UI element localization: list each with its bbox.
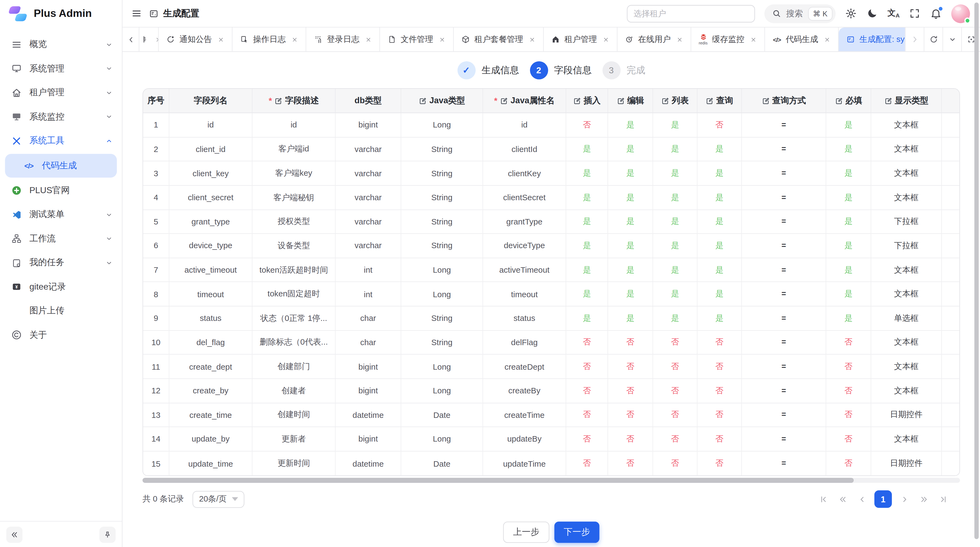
- cell-desc[interactable]: 创建时间: [253, 403, 336, 427]
- next-step-button[interactable]: 下一步: [554, 522, 599, 543]
- cell-mode[interactable]: =: [742, 234, 826, 257]
- cell-java[interactable]: String: [401, 331, 483, 354]
- cell-mode[interactable]: =: [742, 186, 826, 209]
- sidebar-item-系统工具[interactable]: 系统工具: [0, 129, 122, 153]
- cell-java[interactable]: String: [401, 161, 483, 185]
- cell-desc[interactable]: 客户端id: [253, 137, 336, 161]
- sidebar-item-测试菜单[interactable]: 测试菜单: [0, 203, 122, 226]
- close-icon[interactable]: [365, 36, 372, 43]
- cell-edit[interactable]: 是: [608, 282, 653, 306]
- cell-display[interactable]: 文本框: [871, 137, 942, 161]
- cell-prop[interactable]: grantType: [483, 210, 566, 233]
- cell-required[interactable]: 否: [826, 355, 871, 378]
- cell-insert[interactable]: 是: [566, 258, 608, 282]
- cell-mode[interactable]: =: [742, 113, 826, 137]
- cell-java[interactable]: Long: [401, 113, 483, 137]
- cell-query[interactable]: 否: [697, 355, 742, 378]
- cell-insert[interactable]: 是: [566, 161, 608, 185]
- cell-insert[interactable]: 否: [566, 355, 608, 378]
- cell-edit[interactable]: 否: [608, 379, 653, 402]
- cell-prop[interactable]: createTime: [483, 403, 566, 427]
- cell-required[interactable]: 是: [826, 306, 871, 330]
- prev-5-pages-button[interactable]: [836, 493, 850, 506]
- cell-mode[interactable]: =: [742, 331, 826, 354]
- cell-desc[interactable]: 删除标志（0代表...: [253, 331, 336, 354]
- cell-desc[interactable]: 更新者: [253, 427, 336, 451]
- cell-display[interactable]: 下拉框: [871, 210, 942, 233]
- cell-edit[interactable]: 是: [608, 258, 653, 282]
- cell-java[interactable]: String: [401, 186, 483, 209]
- tab-文件管理[interactable]: 文件管理: [380, 27, 454, 51]
- cell-prop[interactable]: delFlag: [483, 331, 566, 354]
- tenant-select-input[interactable]: [627, 5, 755, 22]
- close-icon[interactable]: [439, 36, 445, 43]
- cell-query[interactable]: 是: [697, 258, 742, 282]
- tab-操作日志[interactable]: 操作日志: [232, 27, 306, 51]
- close-icon[interactable]: [676, 36, 683, 43]
- sidebar-pin-button[interactable]: [99, 526, 116, 543]
- cell-edit[interactable]: 是: [608, 113, 653, 137]
- cell-query[interactable]: 否: [697, 403, 742, 427]
- sidebar-collapse-button[interactable]: [6, 526, 22, 543]
- sidebar-item-关于[interactable]: 关于: [0, 323, 122, 347]
- cell-edit[interactable]: 是: [608, 234, 653, 257]
- cell-prop[interactable]: id: [483, 113, 566, 137]
- sidebar-item-gitee记录[interactable]: ¥gitee记录: [0, 275, 122, 299]
- cell-prop[interactable]: clientId: [483, 137, 566, 161]
- cell-query[interactable]: 否: [697, 113, 742, 137]
- cell-display[interactable]: 文本框: [871, 161, 942, 185]
- sidebar-item-PLUS官网[interactable]: PLUS官网: [0, 179, 122, 203]
- cell-list[interactable]: 是: [653, 161, 697, 185]
- cell-display[interactable]: 文本框: [871, 282, 942, 306]
- cell-edit[interactable]: 是: [608, 210, 653, 233]
- cell-desc[interactable]: 授权类型: [253, 210, 336, 233]
- cell-edit[interactable]: 否: [608, 355, 653, 378]
- sidebar-item-系统管理[interactable]: 系统管理: [0, 57, 122, 81]
- last-page-button[interactable]: [936, 493, 950, 506]
- cell-desc[interactable]: token固定超时: [253, 282, 336, 306]
- cell-list[interactable]: 否: [653, 379, 697, 402]
- current-page-button[interactable]: 1: [874, 491, 892, 508]
- cell-insert[interactable]: 否: [566, 113, 608, 137]
- cell-display[interactable]: 文本框: [871, 427, 942, 451]
- cell-mode[interactable]: =: [742, 451, 826, 476]
- cell-display[interactable]: 文本框: [871, 355, 942, 378]
- cell-list[interactable]: 否: [653, 355, 697, 378]
- cell-mode[interactable]: =: [742, 403, 826, 427]
- step-finish[interactable]: 3 完成: [602, 61, 645, 79]
- first-page-button[interactable]: [816, 493, 830, 506]
- cell-edit[interactable]: 是: [608, 161, 653, 185]
- cell-query[interactable]: 是: [697, 306, 742, 330]
- app-logo[interactable]: Plus Admin: [0, 0, 122, 27]
- tab-clipped[interactable]: [139, 27, 159, 51]
- cell-desc[interactable]: 创建者: [253, 379, 336, 402]
- close-icon[interactable]: [218, 36, 224, 43]
- cell-java[interactable]: Long: [401, 355, 483, 378]
- sidebar-item-图片上传[interactable]: 图片上传: [0, 299, 122, 323]
- avatar[interactable]: [951, 4, 970, 23]
- tab-登录日志[interactable]: 登录日志: [306, 27, 380, 51]
- cell-java[interactable]: Date: [401, 451, 483, 476]
- cell-edit[interactable]: 是: [608, 137, 653, 161]
- cell-display[interactable]: 文本框: [871, 379, 942, 402]
- cell-desc[interactable]: 设备类型: [253, 234, 336, 257]
- cell-list[interactable]: 否: [653, 403, 697, 427]
- cell-display[interactable]: 日期控件: [871, 451, 942, 476]
- cell-query[interactable]: 是: [697, 161, 742, 185]
- tab-通知公告[interactable]: 通知公告: [159, 27, 232, 51]
- sidebar-item-概览[interactable]: 概览: [0, 32, 122, 56]
- horizontal-scrollbar-thumb[interactable]: [142, 478, 854, 483]
- step-field-info[interactable]: 2 字段信息: [530, 61, 592, 79]
- cell-java[interactable]: Long: [401, 427, 483, 451]
- cell-java[interactable]: String: [401, 137, 483, 161]
- cell-edit[interactable]: 否: [608, 427, 653, 451]
- close-icon[interactable]: [824, 36, 830, 43]
- cell-mode[interactable]: =: [742, 306, 826, 330]
- cell-desc[interactable]: id: [253, 113, 336, 137]
- cell-display[interactable]: 下拉框: [871, 234, 942, 257]
- cell-insert[interactable]: 否: [566, 403, 608, 427]
- cell-edit[interactable]: 是: [608, 186, 653, 209]
- cell-prop[interactable]: updateTime: [483, 451, 566, 476]
- cell-insert[interactable]: 是: [566, 306, 608, 330]
- sidebar-item-租户管理[interactable]: 租户管理: [0, 81, 122, 105]
